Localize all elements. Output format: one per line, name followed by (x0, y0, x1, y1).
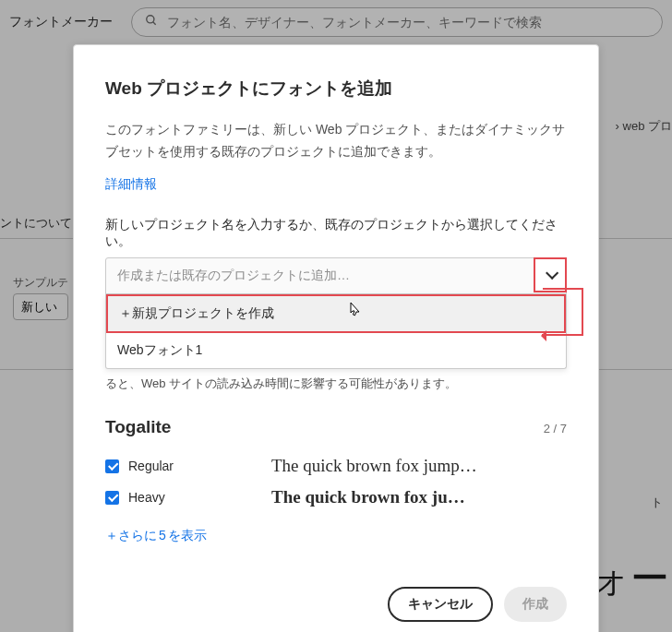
font-sample-heavy: The quick brown fox ju (271, 487, 465, 507)
checkbox-checked-icon (105, 459, 119, 473)
dropdown-existing-project-1[interactable]: Webフォント1 (106, 333, 566, 368)
show-more-suffix: を表示 (168, 528, 207, 544)
font-style-row-heavy: Heavy The quick brown fox ju (105, 482, 567, 513)
checkbox-checked-icon (105, 491, 119, 505)
load-time-note: ると、Web サイトの読み込み時間に影響する可能性があります。 (105, 375, 567, 394)
font-family-name: Togalite (105, 417, 171, 437)
project-dropdown: ＋新規プロジェクトを作成 Webフォント1 (105, 294, 567, 369)
dropdown-create-new-project[interactable]: ＋新規プロジェクトを作成 (106, 294, 566, 333)
show-more-count: 5 (159, 528, 166, 544)
font-style-checkbox-regular[interactable]: Regular (105, 459, 271, 473)
show-more-styles-link[interactable]: ＋さらに 5 を表示 (105, 528, 207, 544)
font-sample-regular: The quick brown fox jump (271, 456, 477, 476)
font-family-block: Togalite 2 / 7 Regular The quick brown f… (105, 417, 567, 544)
dialog-actions: キャンセル 作成 (105, 587, 567, 622)
font-style-name: Heavy (128, 490, 165, 505)
dialog-description: このフォントファミリーは、新しい Web プロジェクト、またはダイナミックサブセ… (105, 119, 567, 163)
font-count: 2 / 7 (544, 422, 567, 435)
cancel-button[interactable]: キャンセル (388, 587, 493, 622)
project-select-input[interactable]: 作成または既存のプロジェクトに追加… (105, 257, 567, 294)
add-to-web-project-dialog: Web プロジェクトにフォントを追加 このフォントファミリーは、新しい Web … (73, 44, 599, 632)
show-more-prefix: ＋さらに (105, 528, 157, 544)
chevron-down-icon (546, 266, 558, 279)
dropdown-item-label: ＋新規プロジェクトを作成 (119, 305, 274, 320)
project-select-toggle[interactable] (534, 257, 567, 292)
cursor-pointer-icon (346, 302, 361, 323)
font-style-checkbox-heavy[interactable]: Heavy (105, 490, 271, 505)
dialog-title: Web プロジェクトにフォントを追加 (105, 77, 567, 101)
project-instruction: 新しいプロジェクト名を入力するか、既存のプロジェクトから選択してください。 (105, 217, 567, 250)
font-style-row-regular: Regular The quick brown fox jump (105, 450, 567, 482)
create-button: 作成 (504, 587, 567, 622)
dropdown-item-label: Webフォント1 (117, 342, 202, 357)
project-select[interactable]: 作成または既存のプロジェクトに追加… ＋新規プロジェクトを作成 Webフォント1 (105, 257, 567, 369)
font-style-name: Regular (128, 459, 174, 473)
more-info-link[interactable]: 詳細情報 (105, 176, 157, 193)
modal-overlay: Web プロジェクトにフォントを追加 このフォントファミリーは、新しい Web … (0, 0, 672, 632)
